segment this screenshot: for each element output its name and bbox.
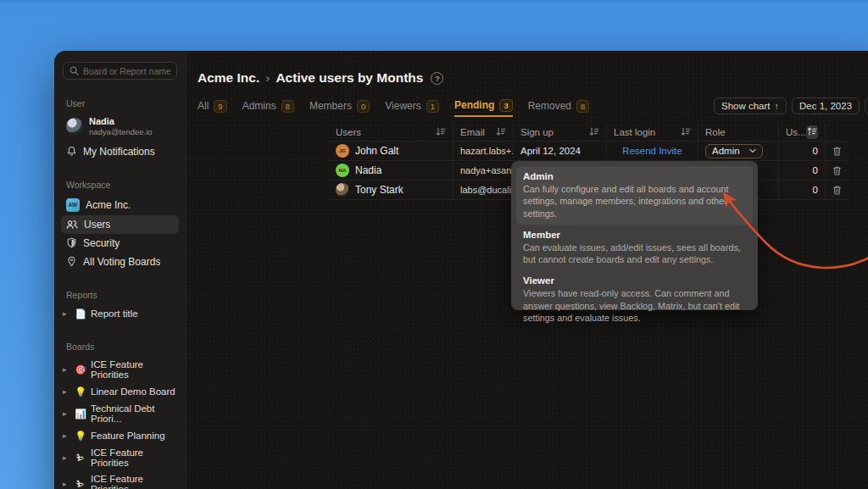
tab-pending[interactable]: Pending 3: [454, 98, 513, 117]
expand-caret-icon[interactable]: ▸: [63, 409, 70, 418]
breadcrumb: Acme Inc. › Active users by Months ?: [198, 70, 443, 86]
sidebar-item-security[interactable]: Security: [54, 234, 186, 253]
board-search-input[interactable]: [83, 66, 170, 76]
sidebar-report-item[interactable]: ▸ 📄 Report title: [54, 305, 186, 323]
col-role: Role: [705, 127, 726, 137]
role-option-description: Can fully configure and edit all boards …: [523, 183, 746, 219]
board-icon: 💡: [75, 431, 86, 442]
role-option-member[interactable]: Member Can evaluate issues, add/edit iss…: [516, 225, 753, 271]
board-icon: ⛷: [75, 453, 86, 463]
tab-label: Members: [309, 100, 352, 112]
user-section-label: User: [54, 98, 186, 108]
sidebar-item-users[interactable]: Users: [61, 215, 179, 234]
user-name: Nadia: [89, 116, 153, 127]
sidebar-board-item[interactable]: ▸ 📊 Technical Debt Priori...: [54, 401, 186, 427]
tab-bar: All 9 Admins 8 Members 0 Viewers 1 Pendi…: [198, 98, 589, 117]
expand-caret-icon[interactable]: ▸: [63, 453, 70, 462]
user-name-cell: Nadia: [355, 164, 381, 176]
role-option-admin[interactable]: Admin Can fully configure and edit all b…: [516, 166, 753, 225]
trash-icon[interactable]: [832, 165, 842, 176]
search-icon: [70, 66, 79, 75]
sort-icon[interactable]: [589, 127, 599, 136]
avatar: NA: [336, 164, 349, 177]
sidebar-item-notifications[interactable]: My Notifications: [54, 142, 186, 161]
role-option-description: Can evaluate issues, add/edit issues, se…: [523, 242, 746, 266]
sort-icon[interactable]: [681, 127, 691, 136]
role-value: Admin: [712, 146, 740, 156]
current-user[interactable]: Nadia nadya@tendee.io: [54, 114, 186, 142]
tab-count-badge: 1: [426, 100, 439, 113]
sidebar-board-item[interactable]: ▸ ⛷ ICE Feature Priorities: [54, 445, 186, 471]
user-name-cell: John Galt: [355, 145, 398, 157]
board-label: Linear Demo Board: [91, 386, 175, 397]
sidebar-item-workspace[interactable]: AW Acme Inc.: [54, 195, 186, 215]
avatar: [336, 183, 349, 197]
avatar: JG: [336, 144, 349, 158]
tab-count-badge: 3: [499, 99, 512, 112]
tab-viewers[interactable]: Viewers 1: [385, 98, 439, 117]
expand-caret-icon[interactable]: ▸: [63, 431, 70, 440]
tab-count-badge: 9: [214, 100, 226, 113]
sidebar-search[interactable]: [63, 62, 177, 80]
tab-count-badge: 0: [357, 100, 370, 113]
table-header-row: Users Email Sign up Last login Role: [329, 123, 849, 142]
col-signup: Sign up: [520, 127, 554, 137]
usage-cell: 0: [813, 185, 818, 195]
date-from-button[interactable]: Dec 1, 2023: [792, 97, 860, 114]
report-icon: 📄: [75, 308, 86, 320]
user-email: nadya@tendee.io: [89, 127, 153, 136]
sidebar-board-item[interactable]: ▸ 🎯 ICE Feature Priorities: [54, 357, 186, 383]
board-label: Technical Debt Priori...: [91, 403, 177, 424]
shield-icon: [66, 237, 77, 248]
role-option-viewer[interactable]: Viewer Viewers have read-only access. Ca…: [516, 270, 753, 329]
sort-icon[interactable]: [496, 127, 506, 136]
show-chart-button[interactable]: Show chart ↑: [714, 97, 787, 114]
chevron-down-icon: [749, 148, 756, 153]
role-option-description: Viewers have read-only access. Can comme…: [523, 287, 746, 324]
usage-cell: 0: [813, 146, 818, 156]
email-cell: hazart.labs+...: [460, 146, 514, 156]
usage-filter-button[interactable]: [806, 125, 818, 139]
sidebar-item-voting-boards[interactable]: All Voting Boards: [54, 253, 186, 271]
workspace-name: Acme Inc.: [86, 199, 131, 211]
tab-admins[interactable]: Admins 8: [242, 98, 294, 117]
role-dropdown-menu: Admin Can fully configure and edit all b…: [511, 161, 758, 310]
sidebar-board-item[interactable]: ▸ ⛷ ICE Feature Priorities: [54, 471, 186, 489]
sort-icon[interactable]: [436, 127, 446, 136]
expand-caret-icon[interactable]: ▸: [63, 365, 70, 374]
help-icon[interactable]: ?: [431, 72, 443, 85]
user-name-cell: Tony Stark: [355, 184, 403, 196]
expand-caret-icon[interactable]: ▸: [63, 387, 70, 396]
app-window: User Nadia nadya@tendee.io My Notificati…: [54, 51, 868, 489]
date-from-label: Dec 1, 2023: [799, 101, 852, 111]
sidebar-board-item[interactable]: ▸ 💡 Feature Planning: [54, 427, 186, 445]
notifications-label: My Notifications: [83, 146, 155, 158]
reports-section-label: Reports: [54, 290, 186, 300]
breadcrumb-separator: ›: [265, 70, 270, 86]
trash-icon[interactable]: [832, 146, 842, 157]
board-icon: 💡: [75, 386, 86, 397]
expand-caret-icon[interactable]: ▸: [63, 309, 70, 318]
board-label: ICE Feature Priorities: [91, 474, 177, 489]
expand-caret-icon[interactable]: ▸: [63, 480, 70, 488]
sidebar-board-item[interactable]: ▸ 💡 Linear Demo Board: [54, 383, 186, 401]
table-controls: Show chart ↑ Dec 1, 2023 Dec 24, 2024 Mo…: [714, 97, 868, 114]
date-to-button[interactable]: Dec 24, 2024: [865, 97, 868, 114]
role-select[interactable]: Admin: [705, 144, 763, 158]
role-option-title: Member: [523, 230, 746, 240]
tab-label: Removed: [528, 100, 571, 112]
trash-icon[interactable]: [832, 185, 842, 196]
tab-count-badge: 8: [281, 100, 294, 113]
usage-cell: 0: [813, 165, 818, 175]
signup-cell: April 12, 2024: [520, 146, 581, 156]
tab-members[interactable]: Members 0: [309, 98, 370, 117]
sidebar-security-label: Security: [83, 237, 120, 249]
tab-label: Viewers: [385, 100, 420, 112]
tab-all[interactable]: All 9: [198, 98, 227, 117]
tab-label: Pending: [454, 99, 494, 111]
resend-invite-link[interactable]: Resend Invite: [622, 146, 682, 156]
breadcrumb-workspace[interactable]: Acme Inc.: [198, 70, 259, 86]
tab-removed[interactable]: Removed 8: [528, 98, 590, 117]
boards-section-label: Boards: [54, 342, 186, 352]
main-panel: Acme Inc. › Active users by Months ? + I…: [186, 51, 868, 489]
